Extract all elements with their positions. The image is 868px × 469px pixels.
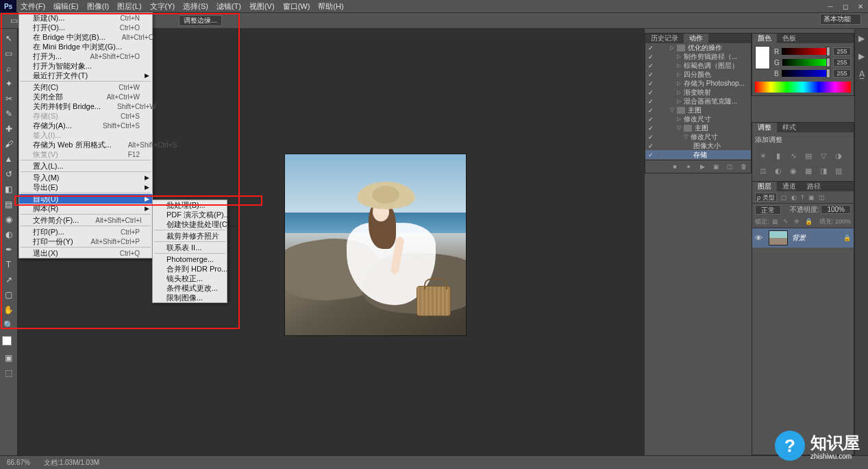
menuitem[interactable]: 裁剪并修齐照片 <box>153 231 227 241</box>
visibility-icon[interactable]: 👁 <box>755 234 765 242</box>
shape-tool[interactable]: ▢ <box>2 288 16 302</box>
tab-adjustments[interactable]: 调整 <box>752 123 777 132</box>
menuitem[interactable]: 打开为...Alt+Shift+Ctrl+O <box>19 51 152 61</box>
action-row[interactable]: ✓▫▷渐变映射 <box>645 88 751 97</box>
tab-history[interactable]: 历史记录 <box>645 34 684 43</box>
tab-actions[interactable]: 动作 <box>684 34 708 43</box>
g-value[interactable]: 255 <box>833 58 851 67</box>
menu-图像(I)[interactable]: 图像(I) <box>83 0 113 13</box>
dodge-tool[interactable]: ◐ <box>2 228 16 241</box>
opacity-value[interactable]: 100% <box>821 205 851 214</box>
menuitem[interactable]: 退出(X)Ctrl+Q <box>19 248 152 258</box>
path-tool[interactable]: ↗ <box>2 273 16 287</box>
healing-tool[interactable]: ✚ <box>2 122 16 136</box>
menuitem[interactable]: 打开(O)...Ctrl+O <box>19 23 152 32</box>
action-row[interactable]: ✓▫▷修改尺寸 <box>645 115 751 123</box>
tab-swatches[interactable]: 色板 <box>777 34 802 43</box>
menuitem[interactable]: 打开为智能对象... <box>19 61 152 71</box>
r-value[interactable]: 255 <box>833 47 851 56</box>
menuitem[interactable]: 最近打开文件(T)▶ <box>19 71 152 80</box>
action-row[interactable]: ✓▫▷四分颜色 <box>645 70 751 79</box>
action-row[interactable]: ✓▫存储 <box>645 150 751 159</box>
menu-文字(Y)[interactable]: 文字(Y) <box>146 0 179 13</box>
workspace-switcher[interactable]: 基本功能 <box>820 14 861 25</box>
pen-tool[interactable]: ✒ <box>2 243 16 256</box>
action-row[interactable]: ✓▽主图 <box>645 106 751 115</box>
history-brush-tool[interactable]: ↺ <box>2 167 16 181</box>
menuitem[interactable]: 在 Bridge 中浏览(B)...Alt+Ctrl+O <box>19 32 152 42</box>
brightness-icon[interactable]: ☀ <box>758 150 769 161</box>
trash-icon[interactable]: 🗑 <box>739 162 748 171</box>
menuitem[interactable]: 文件简介(F)...Alt+Shift+Ctrl+I <box>19 215 152 225</box>
quickmask-toggle[interactable]: ▣ <box>2 351 16 365</box>
wand-tool[interactable]: ✦ <box>2 77 16 91</box>
play-icon[interactable]: ▶ <box>697 162 707 171</box>
maximize-button[interactable]: ◻ <box>838 0 853 12</box>
color-preview[interactable] <box>755 46 770 69</box>
action-row[interactable]: ✓▫▷混合器画笔克隆... <box>645 97 751 106</box>
layer-row[interactable]: 👁 背景 🔒 <box>752 228 854 248</box>
action-row[interactable]: ✓▫▷棕褐色调（图层） <box>645 61 751 70</box>
action-row[interactable]: ✓▫▽修改尺寸 <box>645 132 751 141</box>
menuitem[interactable]: 导出(E)▶ <box>19 182 152 192</box>
crop-tool[interactable]: ✂ <box>2 92 16 106</box>
lasso-tool[interactable]: ⌕ <box>2 62 16 75</box>
tab-layers[interactable]: 图层 <box>752 182 777 191</box>
minimize-button[interactable]: ─ <box>823 0 838 12</box>
menu-图层(L)[interactable]: 图层(L) <box>113 0 145 13</box>
eraser-tool[interactable]: ◧ <box>2 182 16 196</box>
posterize-icon[interactable]: ▥ <box>833 165 844 176</box>
lock-pixels-icon[interactable]: ✎ <box>783 218 791 226</box>
mixer-icon[interactable]: ▦ <box>803 165 814 176</box>
menuitem[interactable]: 批处理(B)... <box>153 200 227 210</box>
menuitem[interactable]: 创建快捷批处理(C)... <box>153 219 227 229</box>
filter-smart-icon[interactable]: ◫ <box>819 194 825 201</box>
menu-视图(V)[interactable]: 视图(V) <box>245 0 279 13</box>
menuitem[interactable]: 打印(P)...Ctrl+P <box>19 227 152 237</box>
filter-shape-icon[interactable]: ▣ <box>808 194 815 201</box>
menu-编辑(E)[interactable]: 编辑(E) <box>49 0 83 13</box>
curves-icon[interactable]: ∿ <box>788 150 799 161</box>
action-row[interactable]: ✓▫▷制作剪辑路径（... <box>645 52 751 61</box>
menuitem[interactable]: 条件模式更改... <box>153 283 227 293</box>
menuitem[interactable]: 合并到 HDR Pro... <box>153 264 227 274</box>
collapsed-panel-icon[interactable]: A̲ <box>856 69 867 80</box>
hue-icon[interactable]: ◑ <box>833 150 844 161</box>
color-swatch[interactable] <box>2 336 16 350</box>
menu-窗口(W)[interactable]: 窗口(W) <box>279 0 314 13</box>
filter-pixel-icon[interactable]: ▢ <box>781 194 787 201</box>
menuitem[interactable]: 脚本(R)▶ <box>19 204 152 213</box>
gradient-tool[interactable]: ▤ <box>2 197 16 211</box>
record-icon[interactable]: ● <box>684 162 693 171</box>
photo-filter-icon[interactable]: ◉ <box>788 165 799 176</box>
type-tool[interactable]: T <box>2 258 16 272</box>
screenmode-toggle[interactable]: ⬚ <box>2 366 16 380</box>
new-action-icon[interactable]: ◫ <box>725 162 734 171</box>
tab-channels[interactable]: 通道 <box>777 182 802 191</box>
menu-滤镜(T)[interactable]: 滤镜(T) <box>212 0 245 13</box>
menuitem[interactable]: PDF 演示文稿(P)... <box>153 210 227 219</box>
blur-tool[interactable]: ◉ <box>2 213 16 226</box>
balance-icon[interactable]: ⚖ <box>758 165 769 176</box>
layer-filter-kind[interactable]: ρ 类型 <box>755 193 777 202</box>
collapsed-panel-icon[interactable]: ▶ <box>856 33 867 44</box>
blend-mode-select[interactable]: 正常 <box>755 205 781 215</box>
menuitem[interactable]: 镜头校正... <box>153 274 227 283</box>
zoom-level[interactable]: 66.67% <box>7 459 30 466</box>
zoom-tool[interactable]: 🔍 <box>2 318 16 332</box>
invert-icon[interactable]: ◨ <box>818 165 829 176</box>
tab-paths[interactable]: 路径 <box>802 182 826 191</box>
brush-tool[interactable]: 🖌 <box>2 137 16 151</box>
layer-thumbnail[interactable] <box>769 230 788 245</box>
menu-帮助(H)[interactable]: 帮助(H) <box>314 0 347 13</box>
menuitem[interactable]: 关闭全部Alt+Ctrl+W <box>19 92 152 101</box>
r-slider[interactable] <box>782 48 830 55</box>
hand-tool[interactable]: ✋ <box>2 303 16 317</box>
menuitem[interactable]: 存储为 Web 所用格式...Alt+Shift+Ctrl+S <box>19 140 152 149</box>
levels-icon[interactable]: ▮ <box>773 150 784 161</box>
menuitem[interactable]: 新建(N)...Ctrl+N <box>19 13 152 23</box>
lock-all-icon[interactable]: 🔒 <box>805 218 813 226</box>
menuitem[interactable]: 在 Mini Bridge 中浏览(G)... <box>19 42 152 51</box>
lock-transparency-icon[interactable]: ▦ <box>772 218 780 226</box>
lock-position-icon[interactable]: ✥ <box>794 218 802 226</box>
